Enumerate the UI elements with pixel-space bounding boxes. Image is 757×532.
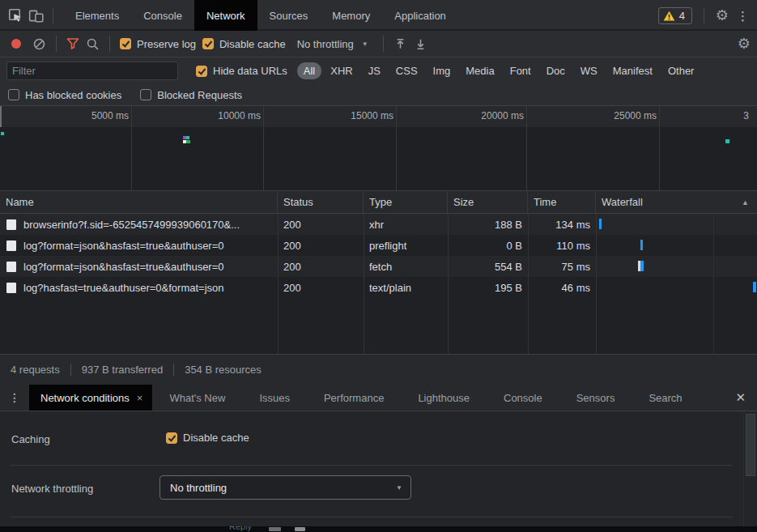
scrollbar-thumb[interactable]	[746, 414, 755, 476]
table-row[interactable]: log?format=json&hasfast=true&authuser=0 …	[0, 256, 757, 277]
search-icon[interactable]	[86, 37, 100, 51]
filter-type-img[interactable]: Img	[427, 62, 457, 79]
panel-tabs: Elements Console Network Sources Memory …	[63, 0, 458, 31]
filter-type-doc[interactable]: Doc	[540, 62, 572, 79]
tab-sources[interactable]: Sources	[257, 0, 321, 31]
blocked-requests-checkbox[interactable]: Blocked Requests	[140, 89, 242, 101]
filter-type-ws[interactable]: WS	[574, 62, 604, 79]
tab-application[interactable]: Application	[382, 0, 458, 31]
close-drawer-icon[interactable]: ✕	[724, 385, 757, 411]
column-header-size[interactable]: Size	[448, 191, 528, 213]
column-divider[interactable]	[364, 214, 364, 354]
close-tab-icon[interactable]: ×	[137, 392, 143, 404]
column-header-waterfall[interactable]: Waterfall ▲	[596, 191, 757, 213]
tab-network[interactable]: Network	[194, 0, 257, 31]
main-menu-icon[interactable]: ⋮	[737, 10, 749, 22]
import-har-icon[interactable]	[393, 37, 407, 51]
request-time: 75 ms	[528, 256, 596, 277]
request-type: text/plain	[364, 277, 448, 298]
disable-cache-checkbox[interactable]: Disable cache	[202, 38, 286, 50]
request-name: log?format=json&hasfast=true&authuser=0	[23, 240, 224, 252]
drawer-disable-cache-label: Disable cache	[183, 432, 249, 444]
timeline-start-marker	[0, 106, 2, 127]
table-row[interactable]: browserinfo?f.sid=-6525457499939060170&.…	[0, 214, 757, 235]
request-size: 0 B	[448, 235, 528, 256]
drawer-menu-icon[interactable]: ⋮	[0, 385, 29, 411]
column-divider[interactable]	[448, 214, 449, 354]
drawer-tab-sensors[interactable]: Sensors	[559, 385, 632, 411]
divider	[53, 7, 53, 23]
preserve-log-checkbox[interactable]: Preserve log	[120, 38, 196, 50]
has-blocked-cookies-checkbox[interactable]: Has blocked cookies	[8, 89, 121, 101]
waterfall-cell	[596, 277, 757, 298]
export-har-icon[interactable]	[414, 37, 427, 51]
drawer-tab-issues[interactable]: Issues	[242, 385, 307, 411]
filter-type-font[interactable]: Font	[504, 62, 538, 79]
table-row[interactable]: log?hasfast=true&authuser=0&format=json …	[0, 277, 757, 298]
request-type-filters: All XHR JS CSS Img Media Font Doc WS Man…	[297, 62, 704, 79]
transferred-size: 937 B transferred	[82, 364, 163, 376]
checkbox-unchecked	[8, 89, 19, 100]
filter-type-media[interactable]: Media	[459, 62, 500, 79]
summary-bar: 4 requests 937 B transferred 354 B resou…	[0, 354, 757, 385]
caching-label: Caching	[11, 433, 50, 445]
inspect-element-icon[interactable]	[8, 8, 23, 23]
drawer-tab-search[interactable]: Search	[632, 385, 699, 411]
filter-type-manifest[interactable]: Manifest	[606, 62, 659, 79]
file-icon	[6, 219, 16, 230]
column-header-time[interactable]: Time	[528, 191, 596, 213]
column-header-type[interactable]: Type	[364, 191, 448, 213]
filter-type-xhr[interactable]: XHR	[324, 62, 359, 79]
checkbox-checked	[120, 38, 131, 49]
drawer-tab-console[interactable]: Console	[487, 385, 559, 411]
tab-elements[interactable]: Elements	[63, 0, 131, 31]
settings-gear-icon[interactable]: ⚙	[716, 8, 729, 23]
filter-input[interactable]	[6, 62, 178, 80]
filter-type-all[interactable]: All	[297, 62, 321, 79]
column-divider[interactable]	[528, 214, 529, 354]
waterfall-gridline	[713, 214, 714, 354]
filter-type-other[interactable]: Other	[661, 62, 701, 79]
network-overview-timeline[interactable]: 5000 ms 10000 ms 15000 ms 20000 ms 25000…	[0, 106, 757, 191]
requests-count: 4 requests	[11, 364, 60, 376]
request-type: fetch	[364, 256, 448, 277]
drawer-tab-whats-new[interactable]: What's New	[152, 385, 242, 411]
disable-cache-label: Disable cache	[219, 38, 286, 50]
clear-icon[interactable]	[32, 37, 46, 51]
filter-icon[interactable]	[66, 37, 79, 50]
column-header-name[interactable]: Name	[0, 191, 278, 213]
warning-icon	[663, 11, 675, 21]
request-name: log?format=json&hasfast=true&authuser=0	[23, 261, 224, 273]
scrollbar-track[interactable]	[743, 411, 757, 532]
overview-request-mark	[186, 136, 189, 139]
tab-console[interactable]: Console	[131, 0, 194, 31]
network-settings-gear-icon[interactable]: ⚙	[738, 36, 751, 51]
chevron-down-icon: ▼	[362, 40, 368, 48]
request-status: 200	[278, 214, 364, 235]
tab-memory[interactable]: Memory	[320, 0, 382, 31]
column-divider[interactable]	[596, 214, 597, 354]
has-blocked-cookies-label: Has blocked cookies	[25, 89, 121, 101]
throttling-value: No throttling	[297, 38, 354, 50]
overview-request-mark	[1, 132, 4, 135]
network-throttling-select[interactable]: No throttling ▼	[159, 475, 411, 500]
table-row[interactable]: log?format=json&hasfast=true&authuser=0 …	[0, 235, 757, 256]
tick-15000ms: 15000 ms	[332, 110, 393, 121]
drawer-tab-lighthouse[interactable]: Lighthouse	[401, 385, 487, 411]
drawer-tab-bar: ⋮ Network conditions × What's New Issues…	[0, 385, 757, 411]
checkbox-checked	[202, 38, 214, 49]
drawer-tab-performance[interactable]: Performance	[307, 385, 401, 411]
hide-data-urls-checkbox[interactable]: Hide data URLs	[196, 65, 287, 77]
filter-type-css[interactable]: CSS	[389, 62, 424, 79]
drawer-disable-cache-checkbox[interactable]: Disable cache	[166, 432, 249, 444]
drawer-tab-network-conditions[interactable]: Network conditions ×	[29, 385, 152, 411]
column-header-status[interactable]: Status	[278, 191, 364, 213]
tick-5000ms: 5000 ms	[67, 110, 129, 121]
device-toolbar-icon[interactable]	[28, 8, 45, 23]
column-divider[interactable]	[278, 214, 279, 354]
record-button[interactable]	[11, 39, 21, 49]
devtools-window: Elements Console Network Sources Memory …	[0, 0, 757, 532]
filter-type-js[interactable]: JS	[362, 62, 387, 79]
throttling-dropdown[interactable]: No throttling ▼	[292, 38, 373, 50]
issues-counter[interactable]: 4	[658, 7, 692, 24]
